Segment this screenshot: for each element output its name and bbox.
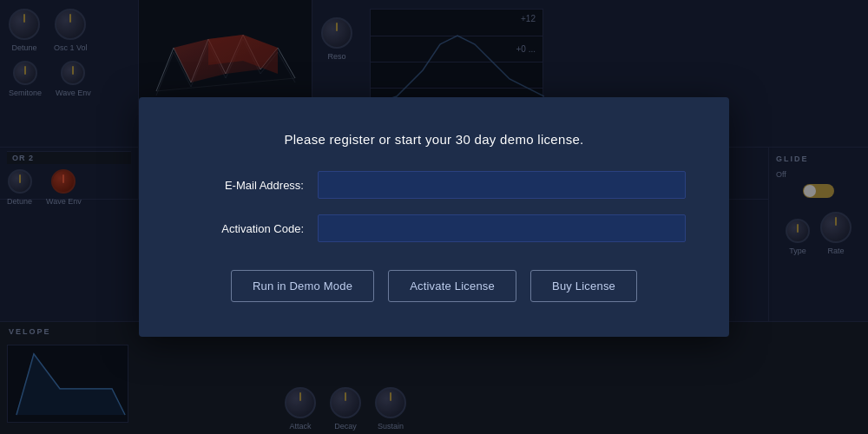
email-input[interactable] — [318, 171, 686, 199]
demo-mode-button[interactable]: Run in Demo Mode — [231, 270, 374, 302]
activation-row: Activation Code: — [182, 214, 686, 242]
modal-title: Please register or start your 30 day dem… — [284, 132, 583, 147]
email-row: E-Mail Address: — [182, 171, 686, 199]
license-modal: Please register or start your 30 day dem… — [139, 97, 729, 337]
activate-license-button[interactable]: Activate License — [388, 270, 516, 302]
activation-input[interactable] — [318, 214, 686, 242]
modal-fields: E-Mail Address: Activation Code: — [182, 171, 686, 242]
modal-buttons: Run in Demo Mode Activate License Buy Li… — [231, 270, 637, 302]
activation-label: Activation Code: — [182, 222, 304, 235]
modal-overlay: Please register or start your 30 day dem… — [0, 0, 868, 434]
buy-license-button[interactable]: Buy License — [530, 270, 637, 302]
email-label: E-Mail Address: — [182, 179, 304, 192]
